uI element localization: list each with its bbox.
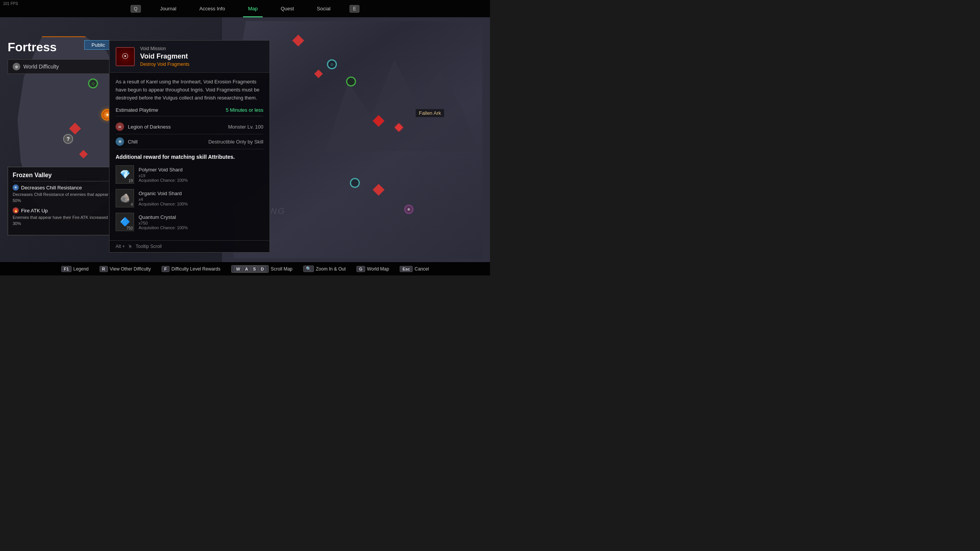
difficulty-icon: ⊕ xyxy=(13,63,20,70)
quantum-crystal-info: Quantum Crystal x750 Acquisition Chance:… xyxy=(139,214,263,230)
chill-resistance-icon: ❄ xyxy=(13,184,19,191)
nav-item-map[interactable]: Map xyxy=(237,0,269,17)
map-marker-diamond-4[interactable] xyxy=(315,71,322,77)
bottom-bar: F1 Legend R View Other Difficulty F Diff… xyxy=(0,262,490,276)
cancel-key[interactable]: Esc xyxy=(400,266,413,272)
scroll-icon: 🖱 xyxy=(128,244,132,249)
bottom-zoom[interactable]: 🔍 Zoom In & Out xyxy=(298,266,351,272)
map-marker-teal-1[interactable]: ⊙ xyxy=(327,59,337,69)
map-marker-green-2[interactable] xyxy=(346,77,356,86)
mission-description: As a result of Karel using the Ironheart… xyxy=(116,78,263,102)
reward-item-organic: 🪨 4 Organic Void Shard x4 Acquisition Ch… xyxy=(116,187,263,209)
mission-type: Void Mission xyxy=(140,46,189,51)
mission-subtitle: Destroy Void Fragments xyxy=(140,62,189,67)
tooltip-key-label: Alt + xyxy=(116,244,125,249)
frozen-valley-card-title: Frozen Valley xyxy=(13,172,121,181)
map-marker-round-1[interactable]: ⊕ xyxy=(404,205,413,214)
map-marker-green-1[interactable]: ⊙ xyxy=(88,78,98,88)
cancel-label: Cancel xyxy=(415,266,429,272)
polymer-shard-icon: 💎 19 xyxy=(116,165,134,184)
map-marker-diamond-5[interactable] xyxy=(374,117,383,125)
bottom-difficulty-rewards[interactable]: F Difficulty Level Rewards xyxy=(156,266,226,272)
question-marker[interactable]: ? xyxy=(63,134,73,144)
fps-counter: 101 FPS xyxy=(3,2,18,6)
quantum-crystal-icon: 🔷 750 xyxy=(116,213,134,231)
map-marker-diamond-3[interactable] xyxy=(294,36,302,45)
bottom-view-difficulty[interactable]: R View Other Difficulty xyxy=(94,266,157,272)
mission-icon: ⦿ xyxy=(116,47,135,66)
bottom-legend[interactable]: F1 Legend xyxy=(56,266,94,272)
map-marker-diamond-1[interactable] xyxy=(71,124,79,133)
world-map-label: World Map xyxy=(367,266,389,272)
mission-attribute-legion: ☠ Legion of Darkness Monster Lv. 100 xyxy=(116,119,263,134)
mission-header: ⦿ Void Mission Void Fragment Destroy Voi… xyxy=(109,41,270,73)
reward-item-polymer: 💎 19 Polymer Void Shard x19 Acquisition … xyxy=(116,164,263,185)
bottom-scroll-map[interactable]: W A S D Scroll Map xyxy=(226,265,298,273)
difficulty-rewards-label: Difficulty Level Rewards xyxy=(172,266,220,272)
bottom-world-map[interactable]: G World Map xyxy=(351,266,394,272)
bottom-cancel[interactable]: Esc Cancel xyxy=(394,266,434,272)
mission-body: As a result of Karel using the Ironheart… xyxy=(109,73,270,240)
nav-item-quest[interactable]: Quest xyxy=(269,0,305,17)
polymer-shard-info: Polymer Void Shard x19 Acquisition Chanc… xyxy=(139,167,263,183)
nav-item-social[interactable]: Social xyxy=(305,0,342,17)
fortress-heading: Fortress xyxy=(8,40,57,54)
view-difficulty-label: View Other Difficulty xyxy=(110,266,151,272)
organic-shard-icon: 🪨 4 xyxy=(116,189,134,207)
legend-key[interactable]: F1 xyxy=(61,266,72,272)
top-navigation: 101 FPS Q Journal Access Info Map Quest … xyxy=(0,0,490,17)
map-marker-teal-2[interactable] xyxy=(350,178,360,188)
nav-item-access-info[interactable]: Access Info xyxy=(188,0,237,17)
tooltip-scroll-label: Tooltip Scroll xyxy=(136,244,162,249)
scroll-map-label: Scroll Map xyxy=(271,266,292,272)
organic-shard-info: Organic Void Shard x4 Acquisition Chance… xyxy=(139,191,263,206)
map-marker-diamond-7[interactable] xyxy=(374,186,383,194)
nav-keybind-left[interactable]: Q xyxy=(131,5,141,13)
public-badge[interactable]: Public xyxy=(84,40,112,50)
reward-item-quantum: 🔷 750 Quantum Crystal x750 Acquisition C… xyxy=(116,211,263,233)
map-area[interactable]: Fortress Public ⊕ World Difficulty ⏸ Har… xyxy=(0,17,490,262)
world-map-key[interactable]: G xyxy=(356,266,365,272)
legion-icon: ☠ xyxy=(116,122,124,131)
fire-atk-icon: 🔥 xyxy=(13,207,19,214)
difficulty-label: World Difficulty xyxy=(23,64,113,70)
difficulty-rewards-key[interactable]: F xyxy=(162,266,170,272)
frozen-valley-card: Frozen Valley ❄ Decreases Chill Resistan… xyxy=(8,167,126,235)
mission-divider-1 xyxy=(116,116,263,116)
tooltip-scroll-bar: Alt + 🖱 Tooltip Scroll xyxy=(109,240,270,252)
frozen-valley-trait-1: ❄ Decreases Chill Resistance Decreases C… xyxy=(13,184,121,204)
view-difficulty-key[interactable]: R xyxy=(100,266,108,272)
nav-item-journal[interactable]: Journal xyxy=(149,0,188,17)
map-marker-diamond-6[interactable] xyxy=(396,124,402,130)
frozen-valley-trait-2: 🔥 Fire ATK Up Enemies that appear have t… xyxy=(13,207,121,227)
mission-title-area: Void Mission Void Fragment Destroy Void … xyxy=(140,46,189,67)
mission-popup: ⦿ Void Mission Void Fragment Destroy Voi… xyxy=(109,40,270,253)
fallen-ark-label: Fallen Ark xyxy=(416,109,444,117)
fortress-title-area: Fortress xyxy=(8,40,57,54)
zoom-icon[interactable]: 🔍 xyxy=(303,266,314,272)
mission-playtime-stat: Estimated Playtime 5 Minutes or less xyxy=(116,107,263,113)
zoom-label: Zoom In & Out xyxy=(316,266,346,272)
rewards-header: Additional reward for matching skill Att… xyxy=(116,154,263,160)
legend-label: Legend xyxy=(74,266,89,272)
mission-name: Void Fragment xyxy=(140,52,189,60)
scroll-map-key[interactable]: W A S D xyxy=(231,265,269,273)
nav-keybind-right[interactable]: E xyxy=(350,5,359,13)
mission-attribute-chill: ❄ Chill Destructible Only by Skill xyxy=(116,134,263,149)
map-marker-diamond-2[interactable] xyxy=(80,151,87,157)
chill-icon: ❄ xyxy=(116,137,124,146)
